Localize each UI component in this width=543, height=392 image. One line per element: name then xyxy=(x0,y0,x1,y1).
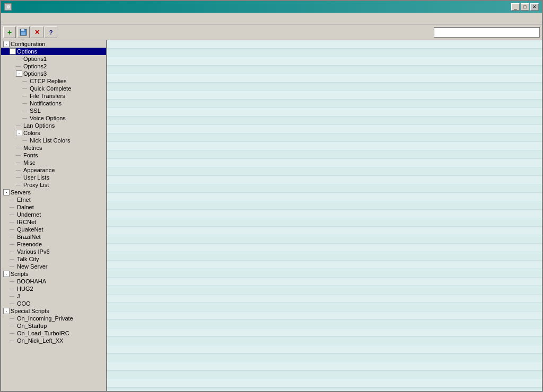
save-button[interactable] xyxy=(17,26,30,38)
tree-toggle-special-scripts[interactable]: - xyxy=(3,308,10,314)
tree-toggle-servers[interactable]: - xyxy=(3,189,10,195)
tree-item-nick-list-colors[interactable]: —Nick List Colors xyxy=(1,137,106,144)
content-row xyxy=(107,150,542,159)
tree-item-talk-city[interactable]: —Talk City xyxy=(1,255,106,263)
tree-toggle-scripts[interactable]: - xyxy=(3,271,10,277)
tree-item-on-incoming-private[interactable]: —On_Incoming_Private xyxy=(1,315,106,322)
content-row xyxy=(107,379,542,388)
tree-item-ssl[interactable]: —SSL xyxy=(1,107,106,114)
tree-item-fonts[interactable]: —Fonts xyxy=(1,152,106,159)
tree-item-options3[interactable]: -Options3 xyxy=(1,70,106,77)
tree-toggle-options[interactable]: - xyxy=(10,48,16,55)
tree-item-voice-options[interactable]: —Voice Options xyxy=(1,114,106,122)
tree-label-talk-city: Talk City xyxy=(17,256,106,262)
tree-label-user-lists: User Lists xyxy=(23,174,106,181)
tree-item-various-ipv6[interactable]: —Various IPv6 xyxy=(1,248,106,255)
tree-item-ooo[interactable]: —OOO xyxy=(1,300,106,307)
content-row xyxy=(107,252,542,261)
tree-item-user-lists[interactable]: —User Lists xyxy=(1,174,106,181)
delete-button[interactable]: ✕ xyxy=(31,26,43,38)
content-row xyxy=(107,193,542,201)
minimize-button[interactable]: _ xyxy=(511,3,520,11)
tree-item-on-load-turboirc[interactable]: —On_Load_TurboIRC xyxy=(1,329,106,337)
tree-item-appearance[interactable]: —Appearance xyxy=(1,166,106,174)
content-row xyxy=(107,142,542,150)
tree-item-lan-options[interactable]: —Lan Options xyxy=(1,122,106,129)
tree-item-file-transfers[interactable]: —File Transfers xyxy=(1,92,106,100)
content-row xyxy=(107,354,542,362)
search-input[interactable] xyxy=(434,27,540,38)
toolbar: + ✕ ? xyxy=(1,24,542,40)
menu-save[interactable] xyxy=(3,17,10,20)
content-row xyxy=(107,227,542,235)
content-panel xyxy=(107,40,542,391)
tree-container: -Configuration-Options—Options1—Options2… xyxy=(1,40,106,344)
tree-toggle-configuration[interactable]: - xyxy=(3,41,10,47)
tree-label-lan-options: Lan Options xyxy=(23,122,106,129)
tree-item-j[interactable]: —J xyxy=(1,292,106,300)
menu-delete[interactable] xyxy=(35,17,41,20)
tree-toggle-colors[interactable]: - xyxy=(16,130,22,136)
content-row xyxy=(107,303,542,311)
tree-item-misc[interactable]: —Misc xyxy=(1,159,106,166)
tree-label-hug2: HUG2 xyxy=(17,286,106,292)
tree-item-quick-complete[interactable]: —Quick Complete xyxy=(1,85,106,92)
tree-item-ctcp-replies[interactable]: —CTCP Replies xyxy=(1,77,106,85)
tree-label-fonts: Fonts xyxy=(23,152,106,158)
content-row xyxy=(107,125,542,133)
tree-label-voice-options: Voice Options xyxy=(30,115,106,121)
tree-item-notifications[interactable]: —Notifications xyxy=(1,100,106,107)
maximize-button[interactable]: □ xyxy=(521,3,529,11)
content-row xyxy=(107,371,542,379)
tree-item-special-scripts[interactable]: -Special Scripts xyxy=(1,307,106,315)
tree-item-options2[interactable]: —Options2 xyxy=(1,63,106,70)
tree-item-on-nick-left-xx[interactable]: —On_Nick_Left_XX xyxy=(1,337,106,344)
content-row xyxy=(107,57,542,66)
tree-label-configuration: Configuration xyxy=(11,41,106,47)
tree-label-notifications: Notifications xyxy=(30,100,106,106)
content-row xyxy=(107,218,542,227)
svg-rect-2 xyxy=(21,32,25,35)
content-row xyxy=(107,235,542,244)
tree-item-options[interactable]: -Options xyxy=(1,48,106,55)
tree-item-on-startup[interactable]: —On_Startup xyxy=(1,322,106,329)
tree-item-efnet[interactable]: —Efnet xyxy=(1,196,106,203)
content-row xyxy=(107,133,542,142)
content-row xyxy=(107,49,542,57)
tree-item-options1[interactable]: —Options1 xyxy=(1,55,106,63)
tree-item-dalnet[interactable]: —Dalnet xyxy=(1,203,106,211)
content-row xyxy=(107,201,542,210)
tree-item-ircnet[interactable]: —IRCNet xyxy=(1,218,106,226)
tree-label-on-startup: On_Startup xyxy=(17,323,106,329)
tree-item-colors[interactable]: -Colors xyxy=(1,129,106,137)
tree-label-options: Options xyxy=(17,48,106,55)
tree-label-undernet: Undernet xyxy=(17,211,106,218)
tree-label-scripts: Scripts xyxy=(11,271,106,277)
content-row xyxy=(107,320,542,328)
tree-item-scripts[interactable]: -Scripts xyxy=(1,270,106,278)
tree-item-metrics[interactable]: —Metrics xyxy=(1,144,106,152)
menu-new[interactable] xyxy=(14,17,20,20)
tree-toggle-options3[interactable]: - xyxy=(16,70,22,77)
add-button[interactable]: + xyxy=(3,26,16,38)
tree-item-boohaha[interactable]: —BOOHAHA xyxy=(1,278,106,285)
help-button[interactable]: ? xyxy=(45,26,57,38)
tree-item-freenode[interactable]: —Freenode xyxy=(1,240,106,248)
tree-item-hug2[interactable]: —HUG2 xyxy=(1,285,106,292)
content-row xyxy=(107,269,542,278)
tree-label-various-ipv6: Various IPv6 xyxy=(17,248,106,255)
tree-label-on-incoming-private: On_Incoming_Private xyxy=(17,315,106,322)
menu-rename[interactable] xyxy=(24,17,31,20)
tree-label-boohaha: BOOHAHA xyxy=(17,278,106,284)
tree-panel: -Configuration-Options—Options1—Options2… xyxy=(1,40,107,391)
tree-item-proxy-list[interactable]: —Proxy List xyxy=(1,181,106,189)
close-button[interactable]: ✕ xyxy=(530,3,539,11)
content-row xyxy=(107,100,542,108)
tree-label-misc: Misc xyxy=(23,159,106,166)
tree-item-servers[interactable]: -Servers xyxy=(1,189,106,196)
tree-item-undernet[interactable]: —Undernet xyxy=(1,211,106,218)
tree-item-brazilnet[interactable]: —BrazilNet xyxy=(1,233,106,240)
tree-item-configuration[interactable]: -Configuration xyxy=(1,40,106,48)
tree-item-quakenet[interactable]: —QuakeNet xyxy=(1,226,106,233)
tree-item-new-server[interactable]: —New Server xyxy=(1,263,106,270)
